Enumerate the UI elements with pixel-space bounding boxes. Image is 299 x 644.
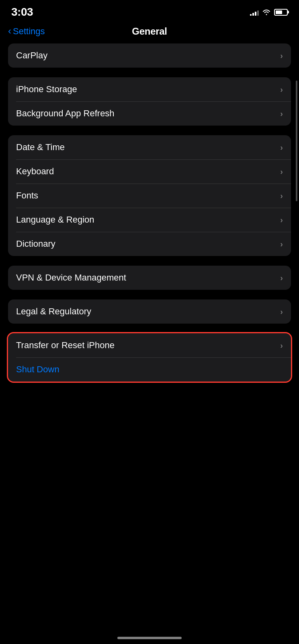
iphone-storage-label: iPhone Storage xyxy=(16,84,77,95)
language-region-chevron-icon: › xyxy=(280,215,283,225)
language-region-label: Language & Region xyxy=(16,215,94,225)
fonts-chevron-icon: › xyxy=(280,191,283,200)
nav-header: ‹ Settings General xyxy=(0,22,299,43)
back-label: Settings xyxy=(13,26,45,37)
settings-item-fonts[interactable]: Fonts › xyxy=(8,184,291,208)
carplay-group: CarPlay › xyxy=(8,43,291,68)
page-title: General xyxy=(132,26,167,37)
settings-item-language-region[interactable]: Language & Region › xyxy=(8,208,291,232)
battery-icon xyxy=(274,9,288,16)
signal-icon xyxy=(250,8,259,16)
carplay-chevron-icon: › xyxy=(280,51,283,60)
shut-down-label: Shut Down xyxy=(16,364,59,375)
dictionary-chevron-icon: › xyxy=(280,239,283,249)
settings-item-carplay[interactable]: CarPlay › xyxy=(8,43,291,68)
settings-item-dictionary[interactable]: Dictionary › xyxy=(8,232,291,256)
settings-item-keyboard[interactable]: Keyboard › xyxy=(8,159,291,184)
legal-group: Legal & Regulatory › xyxy=(8,299,291,324)
status-bar: 3:03 xyxy=(0,0,299,22)
settings-item-iphone-storage[interactable]: iPhone Storage › xyxy=(8,77,291,101)
date-time-label: Date & Time xyxy=(16,142,65,153)
back-chevron-icon: ‹ xyxy=(8,26,11,36)
locale-group: Date & Time › Keyboard › Fonts › Languag… xyxy=(8,135,291,256)
vpn-group: VPN & Device Management › xyxy=(8,266,291,290)
home-indicator-container xyxy=(0,637,299,639)
storage-group: iPhone Storage › Background App Refresh … xyxy=(8,77,291,126)
settings-item-transfer-reset[interactable]: Transfer or Reset iPhone › xyxy=(8,333,291,357)
transfer-reset-chevron-icon: › xyxy=(280,341,283,350)
date-time-chevron-icon: › xyxy=(280,143,283,152)
transfer-reset-label: Transfer or Reset iPhone xyxy=(16,340,115,351)
vpn-device-chevron-icon: › xyxy=(280,273,283,283)
settings-item-background-app-refresh[interactable]: Background App Refresh › xyxy=(8,101,291,126)
vpn-device-label: VPN & Device Management xyxy=(16,272,126,283)
settings-item-legal-regulatory[interactable]: Legal & Regulatory › xyxy=(8,299,291,324)
legal-regulatory-chevron-icon: › xyxy=(280,307,283,316)
legal-regulatory-label: Legal & Regulatory xyxy=(16,306,91,317)
settings-item-vpn-device[interactable]: VPN & Device Management › xyxy=(8,266,291,290)
carplay-label: CarPlay xyxy=(16,50,47,61)
settings-item-shut-down[interactable]: Shut Down xyxy=(8,357,291,382)
iphone-storage-chevron-icon: › xyxy=(280,85,283,94)
background-app-refresh-chevron-icon: › xyxy=(280,109,283,118)
background-app-refresh-label: Background App Refresh xyxy=(16,108,115,119)
scrollbar[interactable] xyxy=(296,80,297,201)
status-icons xyxy=(250,8,288,16)
status-time: 3:03 xyxy=(11,6,33,19)
keyboard-label: Keyboard xyxy=(16,166,54,177)
carplay-right: › xyxy=(280,51,283,60)
settings-item-date-time[interactable]: Date & Time › xyxy=(8,135,291,159)
wifi-icon xyxy=(262,9,271,15)
keyboard-chevron-icon: › xyxy=(280,167,283,176)
dictionary-label: Dictionary xyxy=(16,239,55,249)
reset-group: Transfer or Reset iPhone › Shut Down xyxy=(8,333,291,382)
back-button[interactable]: ‹ Settings xyxy=(8,26,45,37)
settings-content: CarPlay › iPhone Storage › Background Ap… xyxy=(0,43,299,382)
fonts-label: Fonts xyxy=(16,190,38,201)
home-indicator-bar xyxy=(117,637,182,639)
